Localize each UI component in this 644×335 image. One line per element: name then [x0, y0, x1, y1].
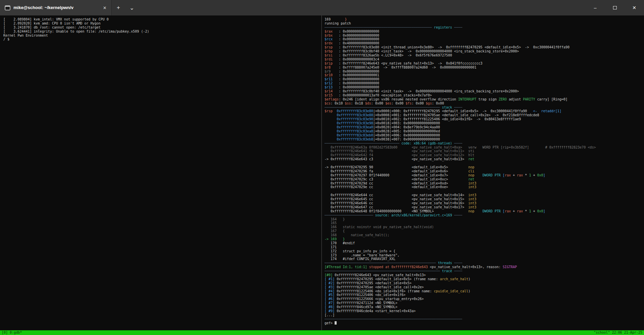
titlebar-drag-area — [139, 0, 585, 15]
terminal-line: 0xffffffff82470296 fa <default_idle+0x6>… — [325, 169, 644, 173]
tmux-session-indicator[interactable]: [0] 0:gdb* — [2, 330, 22, 335]
terminal-line — [325, 161, 644, 165]
terminal-line: 170 #endif — [325, 241, 644, 245]
terminal-line: 0xffffffff8246e644 cc <pv_native_safe_ha… — [325, 193, 644, 197]
terminal-line: ────────────────────────────────────────… — [325, 261, 644, 265]
terminal-line: [ 3.624441] integrity: Unable to open fi… — [3, 30, 321, 34]
terminal-line: ────────────────────────────────────────… — [325, 317, 644, 321]
terminal-line — [325, 189, 644, 193]
terminal-line: [ #6] 0xffffffff81225666 <cpu_startup_en… — [325, 297, 644, 301]
terminal-line: 165 — [325, 221, 644, 225]
terminal-line: [ #7] 0xffffffff8247112d <NO_SYMBOL> — [325, 301, 644, 305]
terminal-line: 0xffffffff8247029e cc <default_idle+0xe>… — [325, 185, 644, 189]
terminal-line: $r14 : 0xffffffff83c0bf40 <init_task> ->… — [325, 89, 644, 93]
terminal-line: 172 struct pv_info pv_info = { — [325, 249, 644, 253]
terminal-line: $rdi : 0x00000000000003c4 — [325, 57, 644, 61]
terminal-line: [ #1] 0xffffffff82470295 <default_idle+0… — [325, 277, 644, 281]
terminal-window: mike@school: ~/kernelpwn/v ✕ + ⌄ – ✕ [ 2… — [0, 0, 644, 335]
terminal-line: $rdx : 0x4000000000000000 — [325, 41, 644, 45]
terminal-line: -> 0xffffffff82470295 90 <default_idle+0… — [325, 165, 644, 169]
terminal-line: ────────────────────────────────────────… — [325, 26, 644, 30]
terminal-line: [ #5] 0xffffffff81225406 <do_idle+0x1f6> — [325, 293, 644, 297]
terminal-line: 171 — [325, 245, 644, 249]
terminal-line: $cs: 0x10 $ss: 0x18 $ds: 0x00 $es: 0x00 … — [325, 101, 644, 106]
terminal-line: $eflags: 0x246 [ident align vx86 resume … — [325, 97, 644, 101]
terminal-line: 0xffffffff8246e63a 0f002d2f583b00 <pv_na… — [325, 145, 644, 150]
terminal-line: [ #9] 0xffffffff846cde4a <start_kernel+0… — [325, 309, 644, 313]
terminal-line: [#Thread Id:1, tid:1] stopped at 0xfffff… — [325, 265, 644, 269]
terminal-line: gef> — [325, 321, 644, 325]
close-button[interactable]: ✕ — [624, 0, 644, 15]
terminal-line: 0xffffffff8246e642 f4 <pv_native_safe_ha… — [325, 153, 644, 157]
terminal-line: 167 { — [325, 229, 644, 233]
titlebar: mike@school: ~/kernelpwn/v ✕ + ⌄ – ✕ — [0, 0, 644, 15]
terminal-line: $r15 : 0x0000000000013af0 <exception_sta… — [325, 93, 644, 97]
tab-title: mike@school: ~/kernelpwn/v — [13, 0, 98, 15]
terminal-line: 0xffffffff83c03ea0|+0x0020|+004: 0x8ef79… — [325, 125, 644, 129]
terminal-line: $rbp : 0xffffffff83c0bf40 <init_task> ->… — [325, 49, 644, 53]
terminal-line: [ #8] 0xffffffff846cd97a <NO_SYMBOL> — [325, 305, 644, 309]
maximize-icon — [613, 6, 617, 9]
terminal-line: $rsi : 0xffffffff8326ae5b <.LC9+0x48> ->… — [325, 53, 644, 57]
terminal-line: 0xffffffff83c03e98|+0x0018|+003: 0x00000… — [325, 121, 644, 125]
terminal-line: $rbx : 0x0000000000000000 — [325, 34, 644, 38]
minimize-button[interactable]: – — [585, 0, 605, 15]
terminal-line: $r9 : 0x0000000000000000 — [325, 70, 644, 74]
terminal-line: $r8 : 0xffff888007a245e0 -> 0xffff888007… — [325, 66, 644, 70]
terminal-line: 0xffffffff83c03eb0|+0x0030|+006: 0x00000… — [325, 133, 644, 137]
maximize-button[interactable] — [605, 0, 624, 15]
terminal-line: 0xffffffff83c03e90|+0x0010|+002: 0xfffff… — [325, 117, 644, 121]
terminal-line: [ 2.089804] kvm_intel: VMX not supported… — [3, 17, 321, 22]
terminal-line: [ #3] 0xffffffff824705ae <default_idle_c… — [325, 285, 644, 289]
terminal-line: $rax : 0x0000000000000000 — [325, 30, 644, 34]
terminal-line: 0xffffffff83c03e88|+0x0008|+001: 0xfffff… — [325, 113, 644, 117]
tab-close-icon[interactable]: ✕ — [101, 5, 109, 11]
terminal-line: 0xffffffff8246e645 cc <pv_native_safe_ha… — [325, 197, 644, 201]
terminal-line: ────────────────────────────────────────… — [325, 269, 644, 273]
terminal-line: 0xffffffff8247029d cc <default_idle+0xd>… — [325, 181, 644, 185]
terminal-line: 0xffffffff8246e648 0f1f840000000000 <NO_… — [325, 209, 644, 213]
terminal-line: $r10 : 0x0000000000000001 — [325, 73, 644, 77]
terminal-line: 173 .name = "bare hardware", — [325, 253, 644, 257]
terminal-line: 166 static noinstr void pv_native_safe_h… — [325, 225, 644, 229]
terminal-line: [...] — [325, 313, 644, 317]
terminal-line: 0xffffffff8246e646 cc <pv_native_safe_ha… — [325, 201, 644, 205]
terminal-line: $r12 : 0x0000000000000000 — [325, 81, 644, 85]
tmux-session: [ 2.089804] kvm_intel: VMX not supported… — [0, 15, 644, 330]
terminal-line: ───────────────────────────────────── co… — [325, 141, 644, 145]
terminal-line: [ 2.092020] kvm_amd: CPU 0 isn't AMD or … — [3, 22, 321, 26]
terminal-line: 0xffffffff8246e641 fb <pv_native_safe_ha… — [325, 149, 644, 153]
terminal-line: 0xffffffff83c03eb8|+0x0038|+007: 0x00000… — [325, 137, 644, 141]
terminal-line: / $ — [3, 37, 321, 41]
terminal-line: ──────────────────────── source: arch/x8… — [325, 213, 644, 217]
terminal-tab[interactable]: mike@school: ~/kernelpwn/v ✕ — [0, 0, 112, 15]
terminal-line: -> 0xffffffff8246e643 c3 <pv_native_safe… — [325, 157, 644, 161]
terminal-line: running patch — [325, 22, 644, 26]
terminal-line: [ 3.241870] db_root: cannot open: /etc/t… — [3, 26, 321, 30]
terminal-line: 0xffffffff83c03ea8|+0x0028|+005: 0x00000… — [325, 129, 644, 133]
terminal-line: 174 #ifdef CONFIG_PARAVIRT_XXL — [325, 257, 644, 261]
terminal-line: 168 native_safe_halt(); — [325, 233, 644, 237]
terminal-tab-icon — [5, 5, 10, 10]
tmux-status-bar: [0] 0:gdb* "school" 22:06 21-Apr-25 — [0, 330, 644, 335]
terminal-line: Kernel Pwn Environment — [3, 34, 321, 38]
terminal-line: $rip : 0xffffffff8246e643 <pv_native_saf… — [325, 61, 644, 66]
qemu-console-pane[interactable]: [ 2.089804] kvm_intel: VMX not supported… — [0, 15, 321, 330]
terminal-line: $r11 : 0x0000000000000000 — [325, 77, 644, 81]
terminal-line: [ #4] 0xffffffff81225406 <do_idle+0x1f6>… — [325, 289, 644, 293]
tab-dropdown-button[interactable]: ⌄ — [125, 0, 139, 15]
terminal-tab-icon-inner — [5, 7, 10, 10]
terminal-line: -> 169 } — [325, 237, 644, 241]
new-tab-button[interactable]: + — [112, 0, 125, 15]
terminal-line: $rcx : 0x0000000000000000 — [325, 37, 644, 41]
terminal-line: 0xffffffff82470297 0f1f440000 <default_i… — [325, 173, 644, 177]
tmux-host-clock: "school" 22:06 21-Apr-25 — [594, 330, 643, 335]
terminal-line: $rsp 0xffffffff83c03e80|+0x0000|+000: 0x… — [325, 109, 644, 113]
terminal-line: 169 } — [325, 17, 644, 22]
gdb-gef-pane[interactable]: 169 }running patch──────────────────────… — [322, 15, 644, 330]
terminal-line: 0xffffffff8246e647 cc <pv_native_safe_ha… — [325, 205, 644, 209]
block-cursor — [335, 321, 337, 325]
terminal-line: 0xffffffff8247029c c3 <default_idle+0xc>… — [325, 177, 644, 181]
terminal-line: [#0] 0xffffffff8246e643 <pv_native_safe_… — [325, 273, 644, 277]
terminal-line: $r13 : 0x0000000000000000 — [325, 85, 644, 89]
